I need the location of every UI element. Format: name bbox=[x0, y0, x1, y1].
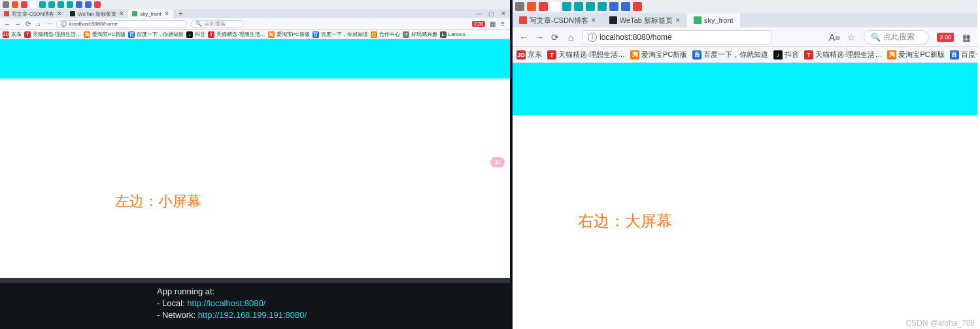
bookmark-item[interactable]: ♪抖音 bbox=[186, 31, 205, 38]
browser-tab[interactable]: WeTab 新标签页✕ bbox=[66, 9, 128, 18]
search-field[interactable]: 🔍 点此搜索 bbox=[191, 20, 243, 28]
bookmark-item[interactable]: 淘爱淘宝PC新版 bbox=[84, 31, 126, 38]
bookmark-item[interactable]: 淘爱淘宝PC新版 bbox=[887, 50, 944, 60]
url-field[interactable]: i localhost:8080/home bbox=[56, 20, 187, 28]
titlebar-pinned-icon[interactable] bbox=[76, 1, 82, 8]
maximize-button[interactable]: ▢ bbox=[488, 10, 494, 17]
bookmark-favicon: T bbox=[547, 50, 556, 60]
price-badge[interactable]: 2.00 bbox=[937, 33, 954, 42]
bookmark-item[interactable]: ◻合作中心 bbox=[371, 31, 400, 38]
titlebar-pinned-icon[interactable] bbox=[85, 1, 92, 8]
bookmark-item[interactable]: ↗好玩感兴趣 bbox=[403, 31, 437, 38]
site-info-icon[interactable]: i bbox=[61, 21, 67, 27]
more-button[interactable]: ⋯ bbox=[46, 21, 52, 27]
bookmark-favicon: ◻ bbox=[371, 31, 377, 38]
titlebar-pinned-icon[interactable] bbox=[574, 2, 583, 11]
forward-button[interactable]: → bbox=[14, 21, 21, 27]
close-window-button[interactable]: ✕ bbox=[501, 10, 506, 17]
price-badge[interactable]: 2.00 bbox=[472, 21, 485, 27]
bookmark-star-icon[interactable]: ☆ bbox=[847, 33, 856, 42]
browser-tab[interactable]: 写文章-CSDN博客✕ bbox=[513, 13, 603, 27]
terminal-local-url[interactable]: http://localhost:8080/ bbox=[187, 298, 265, 308]
home-button[interactable]: ⌂ bbox=[35, 21, 42, 27]
reload-button[interactable]: ⟳ bbox=[550, 33, 560, 42]
browser-tab[interactable]: sky_front bbox=[687, 13, 740, 27]
titlebar-pinned-icon[interactable] bbox=[598, 2, 607, 11]
extension-icon[interactable]: ▦ bbox=[962, 33, 971, 42]
titlebar-pinned-icon[interactable] bbox=[3, 1, 9, 8]
url-field[interactable]: i localhost:8080/home bbox=[582, 30, 771, 44]
tab-label: WeTab 新标签页 bbox=[78, 10, 116, 18]
titlebar-pinned-icon[interactable] bbox=[562, 2, 571, 11]
menu-icon[interactable]: ≡ bbox=[499, 21, 506, 27]
left-caption: 左边：小屏幕 bbox=[115, 192, 201, 211]
bookmark-favicon: 淘 bbox=[887, 50, 896, 60]
titlebar-pinned-icon[interactable] bbox=[48, 1, 55, 8]
tab-close-icon[interactable]: ✕ bbox=[675, 17, 681, 24]
tab-close-icon[interactable]: ✕ bbox=[591, 17, 596, 24]
titlebar-pinned-icon[interactable] bbox=[621, 2, 630, 11]
bookmark-favicon: JD bbox=[3, 31, 9, 38]
titlebar-pinned-icon[interactable] bbox=[39, 1, 46, 8]
tab-favicon bbox=[132, 11, 137, 16]
tab-close-icon[interactable]: ✕ bbox=[119, 10, 124, 17]
bookmark-favicon: 百 bbox=[128, 31, 135, 38]
bookmark-item[interactable]: LLenovo bbox=[440, 31, 465, 38]
bookmark-item[interactable]: T天猫精选·理想生活… bbox=[804, 50, 882, 60]
bookmark-favicon: 淘 bbox=[84, 31, 90, 38]
tab-close-icon[interactable]: ✕ bbox=[57, 10, 62, 17]
titlebar-pinned-icon[interactable] bbox=[30, 1, 37, 8]
tab-close-icon[interactable]: ✕ bbox=[164, 10, 169, 17]
watermark: CSDN @aloha_789 bbox=[905, 319, 975, 328]
bookmark-item[interactable]: JD京东 bbox=[3, 31, 22, 38]
bookmark-item[interactable]: 百百度一下，你就知道 bbox=[692, 50, 768, 60]
titlebar-pinned-icon[interactable] bbox=[58, 1, 64, 8]
titlebar-pinned-icon[interactable] bbox=[12, 1, 18, 8]
search-placeholder: 点此搜索 bbox=[205, 20, 226, 27]
pink-badge[interactable]: 权 bbox=[490, 157, 505, 167]
titlebar-pinned-icon[interactable] bbox=[550, 2, 560, 11]
bookmark-item[interactable]: T天猫精选·理想生活… bbox=[547, 50, 625, 60]
terminal: App running at: - Local: http://localhos… bbox=[0, 278, 513, 329]
minimize-button[interactable]: — bbox=[476, 10, 482, 17]
titlebar-pinned-icon[interactable] bbox=[94, 1, 101, 8]
search-icon: 🔍 bbox=[871, 33, 881, 42]
extension-icon[interactable]: ▦ bbox=[489, 21, 496, 27]
back-button[interactable]: ← bbox=[519, 33, 528, 42]
browser-tab[interactable]: 写文章-CSDN博客✕ bbox=[0, 9, 66, 18]
bookmark-label: 天猫精选·理想生活… bbox=[815, 50, 882, 60]
titlebar-pinned-icon[interactable] bbox=[67, 1, 73, 8]
browser-tab[interactable]: WeTab 新标签页✕ bbox=[603, 13, 687, 27]
bookmark-favicon: 百 bbox=[692, 50, 701, 60]
search-field[interactable]: 🔍 点此搜索 bbox=[864, 30, 929, 44]
reader-mode-icon[interactable]: A» bbox=[830, 33, 839, 42]
bookmark-item[interactable]: 百百度一下，你就知道 bbox=[313, 31, 368, 38]
bookmark-item[interactable]: JD京东 bbox=[516, 50, 542, 60]
titlebar-pinned-icon[interactable] bbox=[515, 2, 524, 11]
tab-favicon bbox=[70, 11, 75, 16]
bookmark-item[interactable]: 百百度一下，你就知道 bbox=[950, 50, 977, 60]
bookmark-item[interactable]: T天猫精选·理想生活… bbox=[208, 31, 265, 38]
back-button[interactable]: ← bbox=[4, 21, 10, 27]
site-info-icon[interactable]: i bbox=[588, 33, 597, 42]
forward-button[interactable]: → bbox=[535, 33, 544, 42]
bookmark-item[interactable]: 百百度一下，你就知道 bbox=[128, 31, 184, 38]
browser-tab[interactable]: sky_front✕ bbox=[128, 9, 173, 18]
titlebar-pinned-icon[interactable] bbox=[539, 2, 548, 11]
terminal-line: App running at: bbox=[157, 286, 214, 296]
titlebar-pinned-icon[interactable] bbox=[586, 2, 595, 11]
reload-button[interactable]: ⟳ bbox=[25, 21, 31, 27]
bookmark-item[interactable]: ♪抖音 bbox=[773, 50, 799, 60]
new-tab-button[interactable]: + bbox=[173, 9, 188, 18]
home-button[interactable]: ⌂ bbox=[566, 33, 575, 42]
bookmark-item[interactable]: T天猫精选·理想生活… bbox=[24, 31, 81, 38]
tab-label: WeTab 新标签页 bbox=[620, 16, 673, 26]
titlebar-pinned-icon[interactable] bbox=[609, 2, 618, 11]
bookmark-item[interactable]: 淘爱淘宝PC新版 bbox=[268, 31, 310, 38]
titlebar-pinned-icon[interactable] bbox=[21, 1, 27, 8]
bookmark-item[interactable]: 淘爱淘宝PC新版 bbox=[630, 50, 687, 60]
tab-favicon bbox=[609, 16, 617, 24]
titlebar-pinned-icon[interactable] bbox=[633, 2, 642, 11]
terminal-network-url[interactable]: http://192.168.199.191:8080/ bbox=[198, 310, 307, 320]
titlebar-pinned-icon[interactable] bbox=[527, 2, 536, 11]
